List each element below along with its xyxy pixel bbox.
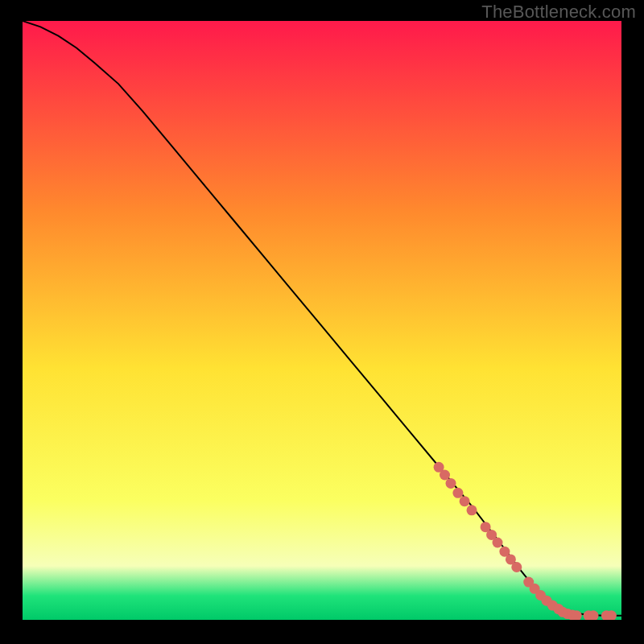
data-dot	[467, 505, 477, 515]
chart-svg	[23, 21, 621, 620]
data-dot	[440, 470, 450, 481]
watermark-text: TheBottleneck.com	[481, 2, 636, 23]
gradient-background	[23, 21, 621, 620]
data-dot	[460, 496, 470, 506]
data-dot	[493, 538, 503, 548]
plot-area	[23, 21, 621, 620]
data-dot	[511, 562, 522, 572]
data-dot	[446, 478, 456, 489]
chart-frame: TheBottleneck.com	[0, 0, 644, 644]
data-dot	[452, 488, 463, 498]
